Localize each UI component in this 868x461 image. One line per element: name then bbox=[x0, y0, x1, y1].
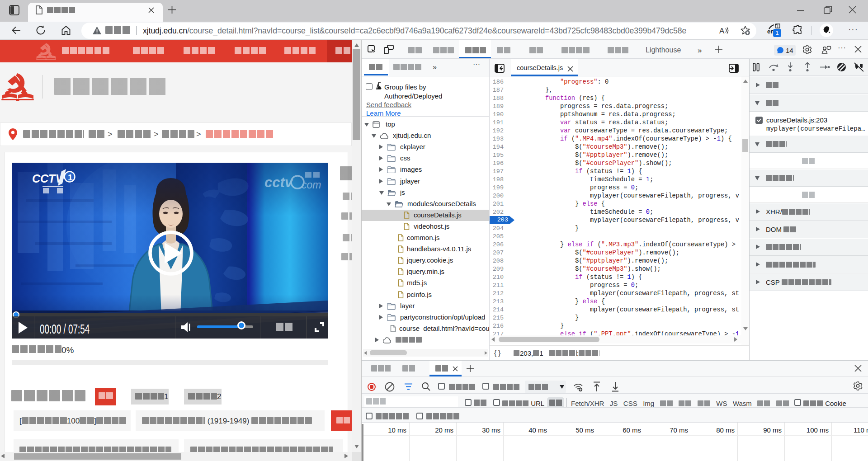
svg-text:com: com bbox=[302, 179, 321, 191]
svg-text:A: A bbox=[719, 27, 725, 35]
svg-text:cctv: cctv bbox=[264, 174, 293, 190]
svg-text:1: 1 bbox=[68, 173, 73, 182]
